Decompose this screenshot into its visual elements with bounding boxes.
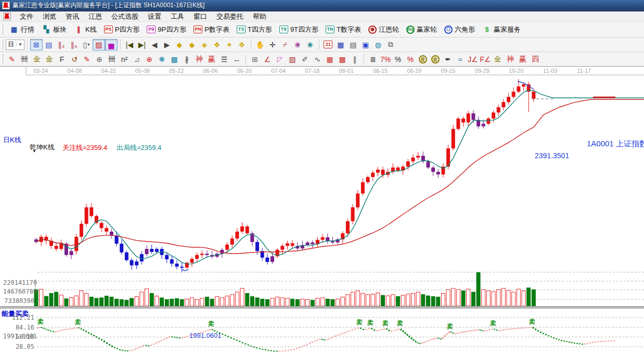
n2-icon[interactable]: n² bbox=[118, 54, 131, 65]
scale-lines-icon[interactable]: ≣ bbox=[367, 54, 379, 65]
toolbar-grip[interactable] bbox=[2, 40, 3, 49]
pane-divider[interactable] bbox=[0, 306, 644, 309]
diamond-cross-icon[interactable]: ✥ bbox=[236, 39, 248, 50]
web-square-icon[interactable]: ▩ bbox=[168, 54, 181, 65]
toolbar-button-hexagon[interactable]: ⬡六角形 bbox=[441, 23, 479, 36]
diamond-4way-icon[interactable]: ❖ bbox=[211, 39, 223, 50]
kline-canvas[interactable] bbox=[0, 67, 644, 354]
toolbar-button-9p-square[interactable]: P99P四方形 bbox=[143, 23, 190, 36]
calendar-icon[interactable]: 21 bbox=[322, 39, 334, 50]
save-icon[interactable]: ▣ bbox=[359, 39, 372, 50]
percent-icon[interactable]: % bbox=[392, 54, 404, 65]
gold-circle-icon[interactable]: 金 bbox=[417, 54, 429, 65]
ying-icon[interactable]: 赢 bbox=[205, 54, 218, 65]
toolbar-button-t-square[interactable]: TST四方形 bbox=[233, 23, 276, 36]
j-angle-icon[interactable]: J∠ bbox=[467, 54, 479, 65]
ruler-123-icon[interactable]: ☰ bbox=[218, 54, 230, 65]
menu-item-0[interactable]: 文件 bbox=[15, 11, 38, 22]
last-page-icon[interactable]: ▶| bbox=[136, 39, 148, 50]
gann-flower-icon[interactable]: ❀ bbox=[291, 39, 304, 50]
toolbar-button-winner-wheel[interactable]: Big赢家轮 bbox=[403, 23, 441, 36]
chart-area[interactable]: 日K线 乾坤K线 ▼ 关注线=2359.4 出局线=2359.4 1A0001 … bbox=[0, 67, 644, 354]
wave-box-icon[interactable]: ≈ bbox=[454, 54, 467, 65]
shen-icon[interactable]: 神 bbox=[193, 54, 205, 65]
gold-lines-icon[interactable]: 金 bbox=[31, 54, 43, 65]
zigzag-icon[interactable]: ∿ bbox=[311, 54, 324, 65]
box-diagonal-icon[interactable]: ▨ bbox=[286, 54, 299, 65]
grid-red-icon[interactable]: ▦ bbox=[324, 54, 336, 65]
crosshair-icon[interactable]: ✛ bbox=[266, 39, 279, 50]
notepad-icon[interactable]: ▤ bbox=[347, 39, 359, 50]
menu-item-8[interactable]: 交易委托 bbox=[212, 11, 248, 22]
toolbar-button-quotes[interactable]: ▦行情 bbox=[6, 23, 38, 36]
next-icon[interactable]: ▶ bbox=[161, 39, 173, 50]
candle3-icon[interactable]: ∥₃ bbox=[55, 39, 68, 50]
period-combo[interactable]: 日▼ bbox=[6, 40, 24, 50]
slashes-icon[interactable]: ∥ bbox=[349, 54, 361, 65]
menu-item-4[interactable]: 公式选股 bbox=[107, 11, 143, 22]
first-page-icon[interactable]: |◀ bbox=[123, 39, 136, 50]
toolbar-button-9t-square[interactable]: T99T四方形 bbox=[276, 23, 322, 36]
toolbar-button-p-table[interactable]: PNP数字表 bbox=[190, 23, 233, 36]
export-icon[interactable]: ◍ bbox=[372, 39, 384, 50]
calculator-icon[interactable]: ▦ bbox=[334, 39, 347, 50]
toolbar-button-winner-service[interactable]: $赢家服务 bbox=[479, 23, 524, 36]
marker-pen-icon[interactable]: ✎ bbox=[6, 54, 18, 65]
pencil-angle-icon[interactable]: ✐ bbox=[299, 54, 311, 65]
ink-angle-icon[interactable]: ✒ bbox=[442, 54, 454, 65]
shen-angle-icon[interactable]: 神 bbox=[504, 54, 517, 65]
qiankun-toggle-icon[interactable]: ⊠ bbox=[30, 39, 43, 50]
toolbar-button-sectors[interactable]: ▚板块 bbox=[38, 23, 70, 36]
candle-style-dropdown[interactable]: ▯▾ bbox=[80, 39, 93, 50]
pattern-icon[interactable]: ▨ bbox=[93, 39, 105, 50]
f-lines-icon[interactable]: F bbox=[56, 54, 68, 65]
gann-flower2-icon[interactable]: ❀ bbox=[304, 39, 316, 50]
toolbar-button-gann-wheel[interactable]: ◉江恩轮 bbox=[365, 23, 403, 36]
menu-item-5[interactable]: 设置 bbox=[143, 11, 166, 22]
erase-line-icon[interactable]: ⌿ bbox=[279, 39, 291, 50]
toolbar-button-t-table[interactable]: TNT数字表 bbox=[322, 23, 365, 36]
hand-icon[interactable]: ✋ bbox=[254, 39, 266, 50]
gold-angle-icon[interactable]: 金 bbox=[492, 54, 504, 65]
gold-lines2-icon[interactable]: 金 bbox=[43, 54, 56, 65]
menu-item-3[interactable]: 江恩 bbox=[84, 11, 107, 22]
menu-item-9[interactable]: 帮助 bbox=[248, 11, 271, 22]
diamond-left-icon[interactable]: ◆ bbox=[173, 39, 186, 50]
toolbar-grip[interactable] bbox=[2, 54, 3, 64]
menu-item-7[interactable]: 窗口 bbox=[189, 11, 212, 22]
red-pen-icon[interactable]: ✎ bbox=[81, 54, 93, 65]
diamond-right-icon[interactable]: ◆ bbox=[186, 39, 198, 50]
note-icon[interactable]: ▤ bbox=[43, 39, 55, 50]
fan-red-icon[interactable]: ∠ bbox=[261, 54, 274, 65]
fan-pink-icon[interactable]: ◸ bbox=[274, 54, 286, 65]
grid-red2-icon[interactable]: ▩ bbox=[336, 54, 349, 65]
gold-circle-line-icon[interactable]: 金 bbox=[429, 54, 442, 65]
hash-icon[interactable]: 卌 bbox=[106, 54, 118, 65]
prev-icon[interactable]: ◀ bbox=[148, 39, 161, 50]
histogram-icon[interactable]: ▅ bbox=[105, 39, 118, 50]
spiral-icon[interactable]: ↺ bbox=[68, 54, 81, 65]
menu-item-6[interactable]: 工具 bbox=[166, 11, 189, 22]
target-red-icon[interactable]: ⊕ bbox=[143, 54, 156, 65]
toolbar-button-kline[interactable]: ∥K线 bbox=[70, 23, 100, 36]
print-icon[interactable]: ⧉ bbox=[384, 39, 397, 50]
f-angle-icon[interactable]: F∠ bbox=[479, 54, 492, 65]
kline-type-dropdown-icon[interactable]: ▼ bbox=[32, 149, 36, 154]
quote-lines-icon[interactable]: ∦ bbox=[181, 54, 193, 65]
circle-grid-icon[interactable]: ⊕ bbox=[93, 54, 106, 65]
candle9-icon[interactable]: ∥₉ bbox=[68, 39, 80, 50]
percent-wave-icon[interactable]: 7% bbox=[379, 54, 392, 65]
web-icon[interactable]: ❋ bbox=[156, 54, 168, 65]
toolbar-grip[interactable] bbox=[2, 24, 3, 34]
width-arrows-icon[interactable]: ↔ bbox=[230, 54, 243, 65]
toolbar-button-p-square[interactable]: PSP四方形 bbox=[100, 23, 144, 36]
si-angle-icon[interactable]: 四 bbox=[529, 54, 542, 65]
diamond-8way-icon[interactable]: ✦ bbox=[223, 39, 236, 50]
menu-item-2[interactable]: 资讯 bbox=[61, 11, 84, 22]
diamond-expand-icon[interactable]: ◈ bbox=[198, 39, 211, 50]
percent-line-icon[interactable]: % bbox=[404, 54, 417, 65]
ying-angle-icon[interactable]: 赢 bbox=[517, 54, 529, 65]
window-line-icon[interactable]: ⊞ bbox=[249, 54, 261, 65]
menu-item-1[interactable]: 浏览 bbox=[38, 11, 61, 22]
angle-mirror-icon[interactable]: ⊿ bbox=[131, 54, 143, 65]
